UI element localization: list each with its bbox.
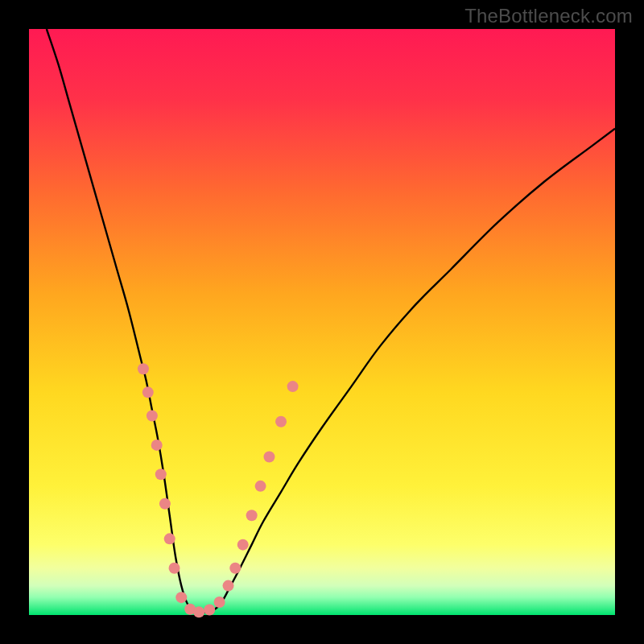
marker-dot bbox=[193, 606, 204, 617]
marker-group bbox=[138, 363, 299, 617]
marker-dot bbox=[223, 580, 234, 592]
marker-dot bbox=[287, 381, 299, 392]
marker-dot bbox=[175, 592, 187, 603]
marker-dot bbox=[237, 539, 249, 551]
marker-dot bbox=[229, 563, 241, 574]
marker-dot bbox=[263, 451, 275, 462]
marker-dot bbox=[164, 533, 175, 544]
curve-svg bbox=[29, 29, 615, 615]
marker-dot bbox=[155, 469, 167, 480]
marker-dot bbox=[214, 597, 225, 608]
marker-dot bbox=[151, 440, 163, 451]
marker-dot bbox=[138, 363, 149, 374]
marker-dot bbox=[275, 416, 287, 427]
bottleneck-curve-path bbox=[47, 29, 615, 613]
marker-dot bbox=[159, 498, 171, 510]
marker-dot bbox=[169, 563, 180, 574]
marker-dot bbox=[147, 410, 158, 421]
watermark-text: TheBottleneck.com bbox=[464, 5, 633, 27]
chart-frame: TheBottleneck.com bbox=[0, 0, 644, 644]
marker-dot bbox=[246, 510, 258, 521]
marker-dot bbox=[204, 604, 215, 615]
plot-area bbox=[29, 29, 615, 615]
marker-dot bbox=[255, 481, 266, 492]
marker-dot bbox=[142, 386, 154, 398]
